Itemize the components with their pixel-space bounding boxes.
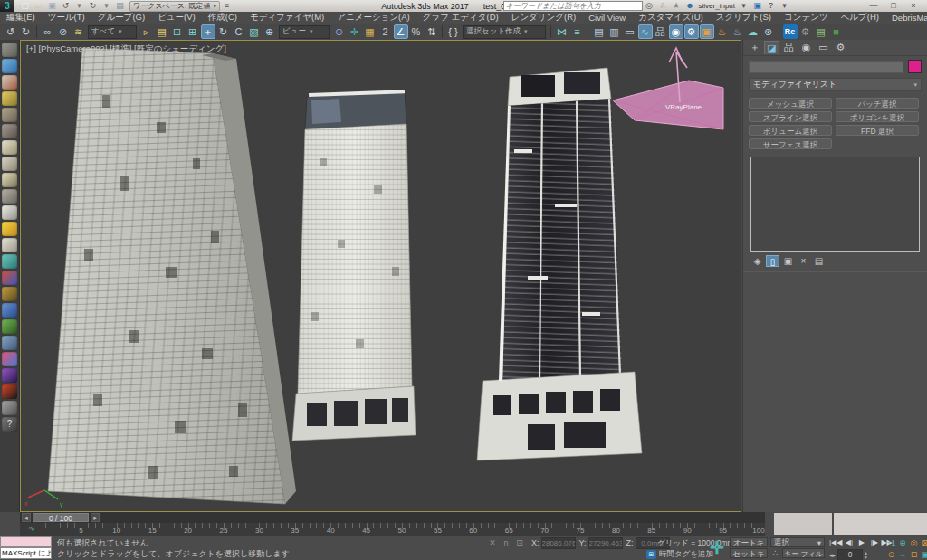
selection-filter-dropdown[interactable]: すべて▾ <box>88 25 137 39</box>
galaxy-icon[interactable] <box>2 368 17 383</box>
viewport[interactable]: [+] [PhysCamera002] [標準] [既定のシェーディング] <box>20 40 741 512</box>
menu-10[interactable]: Civil View <box>582 13 632 23</box>
select-object-icon[interactable]: ▹ <box>139 24 154 39</box>
redo-icon[interactable]: ↻ <box>87 1 99 11</box>
account-name[interactable]: silver_input <box>699 2 735 10</box>
building-middle[interactable] <box>292 90 419 441</box>
menu-6[interactable]: モディファイヤ(M) <box>244 12 330 24</box>
menu-15[interactable]: DebrisMaker2 <box>885 13 927 23</box>
generator-icon[interactable] <box>2 401 17 415</box>
search-input[interactable] <box>503 1 643 11</box>
modifier-button-ボリューム選択[interactable]: ボリューム選択 <box>749 125 832 136</box>
set-key-button[interactable]: セットキー <box>730 548 768 558</box>
select-and-move-icon[interactable]: ＋ <box>201 24 215 39</box>
tab-utilities[interactable]: ⚙ <box>833 41 848 54</box>
account-dropdown-icon[interactable]: ▾ <box>738 1 750 11</box>
tab-motion[interactable]: ◉ <box>798 41 814 54</box>
selection-set-dropdown[interactable]: 選択 ▾ <box>770 537 825 547</box>
zoom-icon[interactable]: ⊕ <box>897 537 908 548</box>
next-frame-button[interactable]: |▶ <box>868 537 880 548</box>
plate-icon[interactable] <box>2 140 17 155</box>
zoom-extents-all-icon[interactable]: ⊠ <box>920 537 927 548</box>
tab-modify[interactable]: ◪ <box>764 41 779 54</box>
project-folder-icon[interactable]: ▤ <box>114 1 126 11</box>
signin-avatar-icon[interactable]: ☻ <box>684 1 696 11</box>
curve-editor-icon[interactable]: ∿ <box>638 24 653 39</box>
selection-lock-toggle[interactable]: ✛ <box>706 537 728 558</box>
key-mode-toggle-icon[interactable]: +1 <box>886 537 897 548</box>
light-lister-icon[interactable]: ▤ <box>814 24 828 39</box>
open-mini-curve-editor-button[interactable]: ∿ <box>25 524 38 534</box>
add-time-tag[interactable]: ⊞ 時間タグを追加 <box>646 549 713 560</box>
bricks-icon[interactable] <box>2 75 17 90</box>
previous-frame-arrow[interactable]: ◂ <box>22 513 31 522</box>
confetti-icon[interactable] <box>2 352 17 366</box>
play-button[interactable]: ▶ <box>855 537 867 548</box>
pan-icon[interactable]: ⇔ <box>897 549 908 560</box>
percent-snap-icon[interactable]: % <box>409 24 424 39</box>
vray-rc-icon[interactable]: Rc <box>783 24 798 39</box>
menu-1[interactable]: 編集(E) <box>0 12 42 24</box>
use-pivot-center-icon[interactable]: ⊙ <box>332 24 347 39</box>
cloud-icon[interactable] <box>2 59 17 73</box>
unlink-selection-icon[interactable]: ⊘ <box>56 24 71 39</box>
minimize-button[interactable]: — <box>864 0 884 11</box>
undo-icon[interactable]: ↺ <box>4 24 18 39</box>
dome-icon[interactable] <box>2 157 17 171</box>
bind-to-space-warp-icon[interactable]: ≋ <box>72 24 86 39</box>
cactus-icon[interactable] <box>2 319 17 334</box>
shell-icon[interactable] <box>2 189 17 204</box>
open-file-icon[interactable]: ▱ <box>33 1 44 11</box>
search-history-icon[interactable]: ◎ <box>644 1 655 11</box>
y-coordinate-field[interactable]: 27290.463 <box>588 537 623 549</box>
select-and-scale-icon[interactable]: ▧ <box>247 24 262 39</box>
menu-11[interactable]: カスタマイズ(U) <box>632 12 710 24</box>
rectangular-selection-region-icon[interactable]: ⊡ <box>170 24 185 39</box>
rendered-frame-window-icon[interactable]: ▣ <box>700 24 714 39</box>
twigs-icon[interactable] <box>2 124 17 138</box>
render-online-icon[interactable]: ☁ <box>746 24 760 39</box>
eclipse-icon[interactable] <box>2 384 17 399</box>
render-setup-icon[interactable]: ⚙ <box>684 24 699 39</box>
named-selection-sets-dropdown[interactable]: 選択セット作成▾ <box>463 25 546 39</box>
help-icon[interactable]: ? <box>2 417 17 432</box>
key-filters-button[interactable]: キー フィルタ... <box>782 548 825 558</box>
undo-icon[interactable]: ↺ <box>60 1 72 11</box>
menu-2[interactable]: ツール(T) <box>42 12 91 24</box>
reference-coordinate-dropdown[interactable]: ビュー▾ <box>279 25 330 39</box>
layer-manager-icon[interactable]: ■ <box>829 24 844 39</box>
help-dropdown-icon[interactable]: ▾ <box>779 1 790 11</box>
workspace-dropdown[interactable]: ワークスペース: 既定値 ▾ <box>129 1 220 12</box>
material-editor-icon[interactable]: ◉ <box>669 24 683 39</box>
building-left[interactable] <box>39 41 311 511</box>
go-to-start-button[interactable]: |◀◀ <box>829 537 842 548</box>
menu-7[interactable]: アニメーション(A) <box>330 12 416 24</box>
spinner-snap-icon[interactable]: ⇅ <box>425 24 439 39</box>
align-icon[interactable]: ≡ <box>570 24 585 39</box>
favorites-icon[interactable]: ★ <box>671 1 683 11</box>
menu-8[interactable]: グラフ エディタ(D) <box>416 12 505 24</box>
teapot-icon[interactable] <box>2 43 17 57</box>
ribbon-toggle-icon[interactable]: ▭ <box>623 24 637 39</box>
layer-explorer-toggle-icon[interactable]: ▥ <box>607 24 622 39</box>
asteroid-icon[interactable] <box>2 336 17 350</box>
object-color-swatch[interactable] <box>908 60 922 73</box>
rain-icon[interactable] <box>2 254 17 269</box>
select-and-manipulate-icon[interactable]: ✛ <box>348 24 362 39</box>
time-slider-handle[interactable]: 0 / 100 <box>33 513 89 522</box>
redo-icon[interactable]: ↻ <box>19 24 33 39</box>
menu-3[interactable]: グループ(G) <box>91 12 151 24</box>
orbit-icon[interactable]: ◎ <box>909 537 920 548</box>
maximize-viewport-icon[interactable]: ▣ <box>920 549 927 560</box>
render-iterative-icon[interactable]: ♨ <box>731 24 745 39</box>
x-coordinate-field[interactable]: 28086.076 <box>541 537 576 549</box>
moon-icon[interactable] <box>2 238 17 252</box>
community-search-icon[interactable]: ☆ <box>657 1 669 11</box>
maxscript-listener-pane[interactable]: MAXScript によう <box>0 547 52 559</box>
help-menu-icon[interactable]: ? <box>765 1 777 11</box>
pano-exporter-icon[interactable]: ⊛ <box>761 24 776 39</box>
sphere-icon[interactable] <box>2 173 17 187</box>
pin-stack-icon[interactable]: ◈ <box>750 255 764 267</box>
select-and-rotate2-icon[interactable]: C <box>232 24 246 39</box>
configure-modifier-sets-icon[interactable]: ▤ <box>812 255 826 267</box>
